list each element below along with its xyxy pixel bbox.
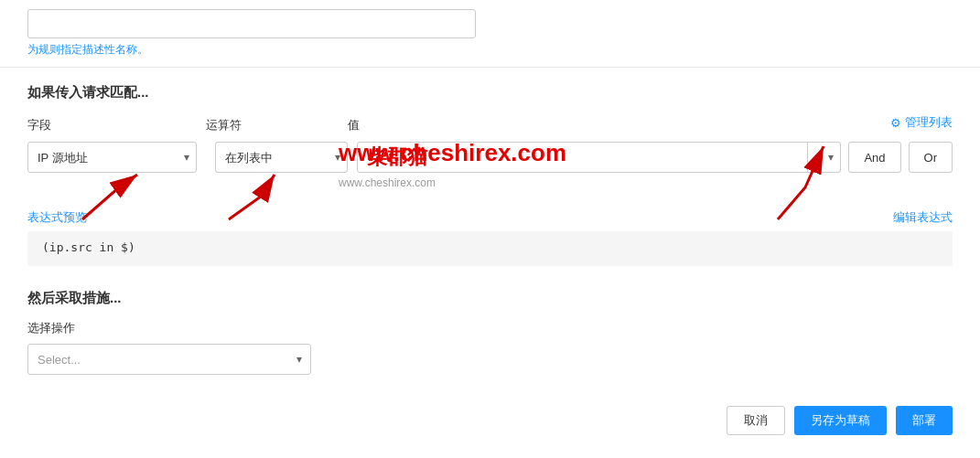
save-draft-button[interactable]: 另存为草稿 (794, 406, 887, 435)
value-dropdown-wrapper (808, 142, 841, 173)
bottom-bar: 取消 另存为草稿 部署 (0, 393, 980, 448)
operator-select-wrapper: 在列表中 (206, 142, 348, 173)
rule-name-input[interactable] (27, 9, 476, 38)
value-dropdown[interactable] (808, 142, 841, 173)
cancel-button[interactable]: 取消 (727, 406, 785, 435)
field-select-wrapper: IP 源地址 (27, 142, 197, 173)
match-section-title: 如果传入请求匹配... (27, 84, 953, 101)
name-hint: 为规则指定描述性名称。 (27, 42, 953, 58)
value-column-label: 值 (348, 117, 834, 133)
field-column-label: 字段 (27, 117, 197, 133)
or-button[interactable]: Or (909, 142, 953, 173)
value-sub-hint: www.cheshirex.com (339, 176, 953, 189)
operator-column-label: 运算符 (206, 117, 339, 133)
deploy-button[interactable]: 部署 (896, 406, 953, 435)
action-select-wrapper: Select... (27, 344, 311, 375)
field-select[interactable]: IP 源地址 (27, 142, 197, 173)
gear-icon: ⚙ (890, 116, 901, 130)
action-subtitle: 选择操作 (27, 320, 953, 336)
manage-list-link[interactable]: ⚙ 管理列表 (843, 114, 953, 131)
action-select[interactable]: Select... (27, 344, 311, 375)
expression-preview-label[interactable]: 表达式预览 (27, 209, 87, 226)
and-button[interactable]: And (848, 142, 900, 173)
value-display[interactable]: 柴郡猫 (357, 142, 808, 173)
action-section-title: 然后采取措施... (27, 290, 953, 307)
edit-expression-link[interactable]: 编辑表达式 (893, 209, 953, 226)
expression-box: (ip.src in $) (27, 231, 953, 266)
operator-select[interactable]: 在列表中 (215, 142, 348, 173)
value-wrapper: 柴郡猫 (357, 142, 841, 173)
